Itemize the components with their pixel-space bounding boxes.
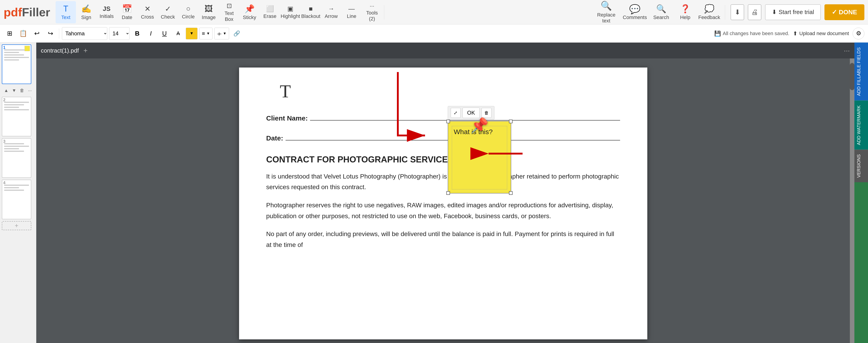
sticky-corner-bl[interactable] [446,191,450,195]
thumb-line [4,57,29,58]
settings-button[interactable]: ⚙ [852,28,864,39]
search-label: Search [653,14,669,21]
arrow-tool-button[interactable]: → Arrow [321,1,341,23]
client-name-label: Client Name: [266,113,308,124]
page-thumb-1[interactable]: 1 [2,44,31,84]
more-tools-label: Tools (2) [363,10,381,22]
help-icon: ❓ [680,4,690,13]
text-tool-button[interactable]: T Text [56,1,76,23]
blackout-tool-button[interactable]: ■ Blackout [301,1,321,23]
valign-dropdown[interactable]: ⟛ ▼ [214,28,229,39]
font-size-select[interactable]: 14 [109,27,129,40]
search-button[interactable]: 🔍 Search [651,1,671,23]
italic-button[interactable]: I [145,28,157,39]
color-swatch: ▼ [190,31,194,36]
text-tool-icon: T [63,4,68,13]
sticky-text-input[interactable]: What is this? [452,126,507,190]
page-more-button[interactable]: ··· [26,87,33,94]
highlight-tool-icon: ▣ [287,5,293,12]
sticky-ok-button[interactable]: OK [462,108,480,118]
clipboard-button[interactable]: 📋 [17,28,29,39]
underline-button[interactable]: U [159,28,170,39]
initials-tool-label: Initials [99,13,114,19]
page-thumb-3[interactable]: 3 [2,138,31,178]
thumb-preview-2 [2,97,31,136]
highlight-tool-button[interactable]: ▣ Highlight [280,1,301,23]
sticky-tool-button[interactable]: 📌 Sticky [239,1,260,23]
document-area: contract(1).pdf + ··· T Client Name: [36,43,855,343]
page-thumb-2[interactable]: 2 [2,97,31,136]
check-tool-label: Check [161,14,175,20]
doc-tab[interactable]: contract(1).pdf [41,47,79,54]
replace-text-button[interactable]: 🔍 Replace text [594,1,619,23]
sticky-move-button[interactable]: ⤢ [451,108,461,118]
right-side-panel: ADD FILLABLE FIELDS ADD WATERMARK VERSIO… [855,43,868,343]
text-cursor-indicator: T [280,81,291,102]
logo[interactable]: pdfFiller [4,5,50,19]
sticky-delete-button[interactable]: 🗑 [482,108,492,118]
done-label: DONE [839,9,857,16]
tab-more-button[interactable]: ··· [844,46,850,55]
logo-text: pdfFiller [4,5,50,19]
date-tool-button[interactable]: 📅 Date [117,1,137,23]
add-watermark-button[interactable]: ADD WATERMARK [855,101,868,150]
blackout-tool-icon: ■ [309,5,313,12]
save-text: All changes have been saved. [723,31,789,36]
done-checkmark-icon: ✓ [832,8,837,16]
check-tool-button[interactable]: ✓ Check [158,1,178,23]
page-up-button[interactable]: ▲ [3,87,10,94]
sticky-corner-br[interactable] [509,191,513,195]
page-1-actions: ▲ ▼ 🗑 ··· [2,86,34,95]
more-tools-button[interactable]: ··· Tools (2) [362,1,382,23]
upload-document-button[interactable]: ⬆ Upload new document [793,30,849,37]
redo-button[interactable]: ↪ [44,28,56,39]
add-fillable-fields-button[interactable]: ADD FILLABLE FIELDS [855,43,868,101]
initials-tool-button[interactable]: JS Initials [96,1,117,23]
cross-tool-button[interactable]: ✕ Cross [137,1,158,23]
strikethrough-button[interactable]: A̶ [172,28,184,39]
bold-button[interactable]: B [131,28,143,39]
erase-tool-icon: ⬜ [266,5,274,12]
thumb-line [4,59,19,61]
upload-label: Upload new document [799,31,849,36]
done-button[interactable]: ✓ DONE [825,4,864,20]
circle-tool-button[interactable]: ○ Circle [178,1,198,23]
scrollbar-thumb[interactable] [850,63,855,90]
sticky-corner-tl[interactable] [446,119,450,123]
erase-tool-button[interactable]: ⬜ Erase [260,1,280,23]
document-content: Client Name: Date: CONTRACT FOR PHOTOGRA… [266,113,620,250]
page-down-button[interactable]: ▼ [11,87,18,94]
color-picker-button[interactable]: ▼ [186,28,197,39]
page-thumb-4[interactable]: 4 [2,180,31,219]
vertical-scrollbar[interactable] [850,59,855,343]
download-button[interactable]: ⬇ [731,4,744,20]
font-family-select[interactable]: Tahoma [62,27,107,40]
sign-tool-button[interactable]: ✍ Sign [76,1,96,23]
add-page-button[interactable]: + [2,221,31,230]
alignment-dropdown[interactable]: ≡ ▼ [199,28,213,39]
add-fillable-fields-label: ADD FILLABLE FIELDS [856,47,861,96]
start-trial-button[interactable]: ⬇ Start free trial [765,4,821,20]
thumb-line [4,148,19,149]
help-button[interactable]: ❓ Help [675,1,695,23]
textbox-tool-icon: ⊡ [226,2,232,9]
thumb-line [4,55,24,56]
undo-button[interactable]: ↩ [31,28,43,39]
page-delete-button[interactable]: 🗑 [19,87,26,94]
thumb-line [4,187,19,188]
thumb-line [4,143,24,144]
link-button[interactable]: 🔗 [231,28,243,39]
feedback-button[interactable]: 💭 Feedback [699,1,719,23]
image-tool-button[interactable]: 🖼 Image [198,1,219,23]
doc-paragraph-3: No part of any order, including previews… [266,229,620,250]
versions-button[interactable]: VERSIONS [855,149,868,182]
sticky-corner-tr[interactable] [509,119,513,123]
textbox-tool-button[interactable]: ⊡ Text Box [219,1,239,23]
add-tab-button[interactable]: + [84,46,88,55]
print-button[interactable]: 🖨 [748,4,762,20]
comments-button[interactable]: 💬 Comments [622,1,647,23]
sticky-note: 📌 What is this? [448,121,511,194]
thumb-line [4,185,29,186]
line-tool-button[interactable]: — Line [341,1,362,23]
layers-button[interactable]: ⊞ [4,28,16,39]
